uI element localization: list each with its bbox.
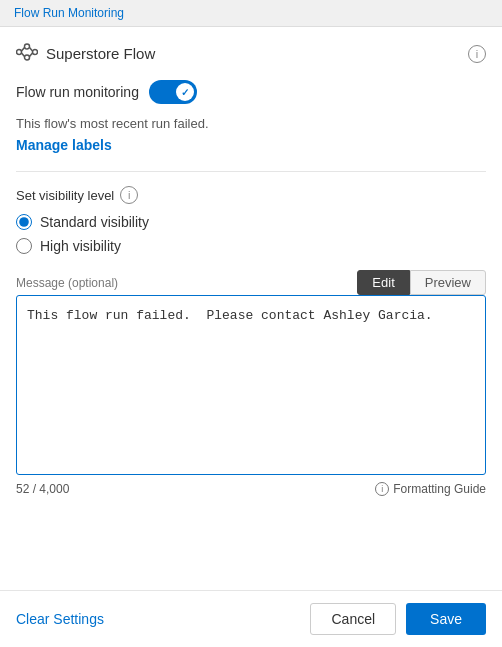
- radio-group: Standard visibility High visibility: [16, 214, 486, 254]
- message-footer: 52 / 4,000 i Formatting Guide: [16, 482, 486, 496]
- radio-standard-input[interactable]: [16, 214, 32, 230]
- monitoring-toggle[interactable]: ✓: [149, 80, 197, 104]
- flow-icon: [16, 43, 38, 64]
- svg-point-3: [33, 50, 38, 55]
- radio-standard[interactable]: Standard visibility: [16, 214, 486, 230]
- breadcrumb-text: Flow Run Monitoring: [14, 6, 124, 20]
- toggle-checkmark: ✓: [181, 87, 189, 98]
- svg-point-1: [25, 44, 30, 49]
- radio-standard-label: Standard visibility: [40, 214, 149, 230]
- panel: Flow Run Monitoring Supe: [0, 0, 502, 647]
- flow-info-icon[interactable]: i: [468, 45, 486, 63]
- visibility-info-icon[interactable]: i: [120, 186, 138, 204]
- content-area: Superstore Flow i Flow run monitoring ✓ …: [0, 27, 502, 590]
- flow-title-group: Superstore Flow: [16, 43, 155, 64]
- svg-line-5: [22, 53, 25, 57]
- char-count: 52 / 4,000: [16, 482, 69, 496]
- radio-high[interactable]: High visibility: [16, 238, 486, 254]
- save-button[interactable]: Save: [406, 603, 486, 635]
- failed-status: This flow's most recent run failed.: [16, 116, 486, 131]
- svg-line-7: [30, 53, 33, 57]
- svg-line-4: [22, 48, 25, 52]
- message-section: Message (optional) Edit Preview This flo…: [16, 270, 486, 496]
- format-guide-link[interactable]: i Formatting Guide: [375, 482, 486, 496]
- monitoring-toggle-row: Flow run monitoring ✓: [16, 80, 486, 104]
- format-info-icon: i: [375, 482, 389, 496]
- format-guide-label: Formatting Guide: [393, 482, 486, 496]
- svg-point-0: [17, 50, 22, 55]
- tab-group: Edit Preview: [357, 270, 486, 295]
- flow-header: Superstore Flow i: [16, 43, 486, 64]
- radio-high-input[interactable]: [16, 238, 32, 254]
- action-buttons: Cancel Save: [310, 603, 486, 635]
- manage-labels-link[interactable]: Manage labels: [16, 137, 112, 153]
- message-header: Message (optional) Edit Preview: [16, 270, 486, 295]
- visibility-section: Set visibility level i Standard visibili…: [16, 186, 486, 254]
- message-textarea[interactable]: This flow run failed. Please contact Ash…: [16, 295, 486, 475]
- tab-edit[interactable]: Edit: [357, 270, 409, 295]
- divider: [16, 171, 486, 172]
- message-label: Message (optional): [16, 276, 118, 290]
- svg-point-2: [25, 55, 30, 60]
- breadcrumb: Flow Run Monitoring: [0, 0, 502, 27]
- monitoring-label: Flow run monitoring: [16, 84, 139, 100]
- radio-high-label: High visibility: [40, 238, 121, 254]
- svg-line-6: [30, 48, 33, 52]
- cancel-button[interactable]: Cancel: [310, 603, 396, 635]
- visibility-label: Set visibility level: [16, 188, 114, 203]
- visibility-title-row: Set visibility level i: [16, 186, 486, 204]
- clear-settings-button[interactable]: Clear Settings: [16, 611, 104, 627]
- flow-name: Superstore Flow: [46, 45, 155, 62]
- tab-preview[interactable]: Preview: [410, 270, 486, 295]
- bottom-bar: Clear Settings Cancel Save: [0, 590, 502, 647]
